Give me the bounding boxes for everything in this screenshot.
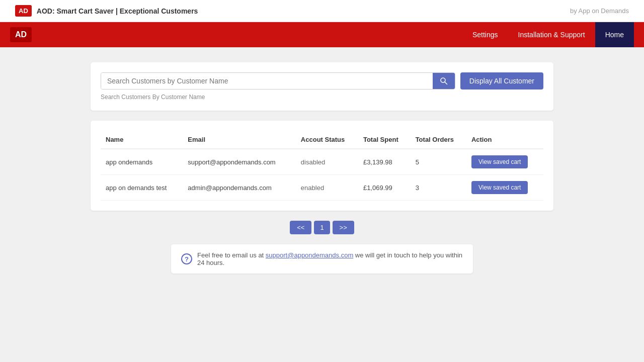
cell-status: enabled: [296, 175, 358, 201]
support-text-before: Feel free to email us at: [197, 251, 264, 259]
separator: |: [116, 7, 120, 15]
view-saved-cart-button[interactable]: View saved cart: [471, 155, 528, 168]
nav-logo: AD: [10, 27, 32, 42]
search-hint: Search Customers By Customer Name: [101, 94, 543, 101]
col-email: Email: [183, 131, 296, 149]
top-bar-left: AD AOD: Smart Cart Saver | Exceptional C…: [15, 5, 198, 17]
cell-total-spent: £3,139.98: [358, 149, 411, 175]
cell-name: app on demands test: [101, 175, 183, 201]
section-name: Exceptional Customers: [120, 7, 198, 15]
nav-links: Settings Installation & Support Home: [462, 22, 634, 47]
nav-settings[interactable]: Settings: [462, 22, 508, 47]
pagination-next[interactable]: >>: [333, 221, 354, 234]
top-logo: AD: [15, 5, 32, 17]
cell-status: disabled: [296, 149, 358, 175]
support-icon: ?: [181, 253, 192, 264]
pagination-current[interactable]: 1: [314, 221, 330, 234]
search-button[interactable]: [433, 73, 455, 89]
nav-home[interactable]: Home: [595, 22, 634, 47]
cell-total-orders: 5: [411, 149, 466, 175]
col-total-spent: Total Spent: [358, 131, 411, 149]
app-name: AOD: Smart Cart Saver: [37, 7, 114, 15]
main-content: Display All Customer Search Customers By…: [70, 47, 574, 289]
table-header-row: Name Email Accout Status Total Spent Tot…: [101, 131, 543, 149]
support-text: Feel free to email us at support@apponde…: [197, 251, 463, 266]
cell-total-spent: £1,069.99: [358, 175, 411, 201]
customers-table: Name Email Accout Status Total Spent Tot…: [101, 131, 543, 201]
cell-email: admin@appondemands.com: [183, 175, 296, 201]
cell-total-orders: 3: [411, 175, 466, 201]
pagination-prev[interactable]: <<: [290, 221, 311, 234]
display-all-button[interactable]: Display All Customer: [460, 72, 543, 89]
top-bar-title: AOD: Smart Cart Saver | Exceptional Cust…: [37, 7, 198, 15]
search-card: Display All Customer Search Customers By…: [91, 62, 553, 111]
nav-bar: AD Settings Installation & Support Home: [0, 22, 644, 47]
cell-action: View saved cart: [466, 149, 543, 175]
pagination: << 1 >>: [91, 221, 553, 234]
table-row: app ondemands support@appondemands.com d…: [101, 149, 543, 175]
cell-name: app ondemands: [101, 149, 183, 175]
cell-email: support@appondemands.com: [183, 149, 296, 175]
nav-installation-support[interactable]: Installation & Support: [508, 22, 595, 47]
search-input-wrapper: [101, 72, 455, 89]
support-email-link[interactable]: support@appondemands.com: [266, 251, 353, 259]
table-card: Name Email Accout Status Total Spent Tot…: [91, 121, 553, 211]
col-action: Action: [466, 131, 543, 149]
col-name: Name: [101, 131, 183, 149]
support-note: ? Feel free to email us at support@appon…: [171, 244, 473, 274]
search-row: Display All Customer: [101, 72, 543, 89]
svg-line-1: [445, 82, 447, 84]
top-bar: AD AOD: Smart Cart Saver | Exceptional C…: [0, 0, 644, 22]
table-row: app on demands test admin@appondemands.c…: [101, 175, 543, 201]
search-input[interactable]: [101, 73, 433, 89]
view-saved-cart-button[interactable]: View saved cart: [471, 181, 528, 194]
search-icon: [440, 77, 448, 85]
col-status: Accout Status: [296, 131, 358, 149]
col-total-orders: Total Orders: [411, 131, 466, 149]
top-bar-byline: by App on Demands: [570, 7, 629, 15]
cell-action: View saved cart: [466, 175, 543, 201]
